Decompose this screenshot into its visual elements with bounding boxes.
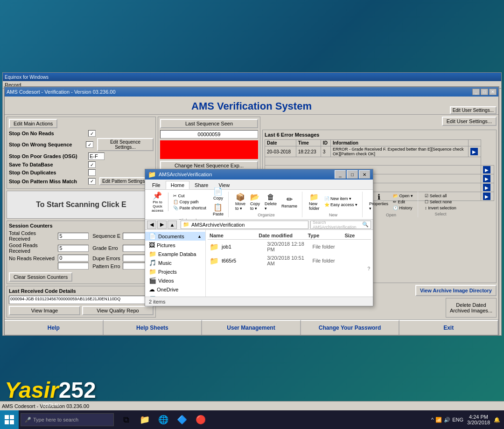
easy-access-button[interactable]: ⭐ Easy access ▾ <box>322 202 360 208</box>
sidebar-item-documents[interactable]: 📄 Documents ▲ <box>145 232 205 241</box>
taskbar: 🎤 Type here to search ⧉ 📁 🌐 🔷 🔴 ^ 📶 🔊 EN… <box>0 410 504 429</box>
arrow-cell-3[interactable]: ▶ <box>481 183 494 192</box>
volume-tray-icon[interactable]: 🔊 <box>444 417 450 423</box>
error-navigate-button[interactable]: ▶ <box>470 148 478 155</box>
close-button[interactable]: ✕ <box>489 89 497 95</box>
view-image-button[interactable]: View Image <box>9 306 80 315</box>
edit-main-actions-button[interactable]: Edit Main Actions <box>9 119 57 128</box>
error-navigate-button-4[interactable]: ▶ <box>483 193 490 200</box>
move-to-button[interactable]: 📦 Moveto ▾ <box>233 192 247 212</box>
edit-user-settings-button-right[interactable]: Edit User Settings... <box>442 117 497 126</box>
file-row-t665r5[interactable]: 📁 t665r5 3/20/2018 10:51 AM File folder <box>208 254 371 268</box>
delete-button[interactable]: 🗑 Delete▾ <box>263 192 279 212</box>
copy-label: Copy <box>213 196 223 201</box>
edit-user-settings-button[interactable]: Edit User Settings... <box>450 106 497 114</box>
fe-close-button[interactable]: ✕ <box>359 170 370 179</box>
fe-back-button[interactable]: ◀ <box>147 221 156 229</box>
copy-to-button[interactable]: 📂 Copyto ▾ <box>248 192 262 212</box>
sidebar-item-onedrive[interactable]: ☁ OneDrive <box>145 285 205 294</box>
new-item-button[interactable]: 📄 New item ▾ <box>322 196 360 201</box>
error-navigate-button-1[interactable]: ▶ <box>483 166 490 173</box>
clock-section[interactable]: 4:24 PM 3/20/2018 <box>467 414 490 425</box>
fe-statusbar: 2 items <box>145 297 373 306</box>
error-arrow[interactable]: ▶ <box>468 146 481 157</box>
fe-maximize-button[interactable]: □ <box>347 170 358 179</box>
exit-button[interactable]: Exit <box>399 320 498 335</box>
wrong-seq-checkbox[interactable]: ✓ <box>86 141 93 148</box>
cut-button[interactable]: ✂ Cut <box>171 193 208 199</box>
sidebar-item-music[interactable]: 🎵 Music <box>145 258 205 267</box>
duplicates-label: Stop On Duplicates <box>9 170 88 175</box>
file-row-job1[interactable]: 📁 job1 3/20/2018 12:18 PM File folder <box>208 240 371 254</box>
fe-search-icon[interactable]: 🔍 <box>362 221 369 228</box>
select-all-button[interactable]: ☑ Select all <box>423 193 458 199</box>
help-sheets-button[interactable]: Help Sheets <box>104 320 203 335</box>
taskbar-search-box[interactable]: 🎤 Type here to search <box>21 413 114 426</box>
minimize-button[interactable]: _ <box>472 89 480 95</box>
error-navigate-button-2[interactable]: ▶ <box>483 175 490 182</box>
help-button[interactable]: Help <box>5 320 104 335</box>
app2-taskbar-icon[interactable]: 🔴 <box>192 411 209 428</box>
last-sequence-field[interactable] <box>160 130 258 138</box>
sidebar-item-pictures[interactable]: 🖼 Pictures <box>145 241 205 249</box>
fe-address-path[interactable]: 📁 AMSArchiveVerification <box>181 221 308 229</box>
delete-archive-section: Delete Dated Archived Images... <box>446 298 497 318</box>
paste-button[interactable]: 📋 Paste <box>211 202 225 217</box>
fe-column-headers: Name Date modified Type Size <box>208 232 371 240</box>
arrow-cell-4[interactable]: ▶ <box>481 192 494 201</box>
fe-forward-button[interactable]: ▶ <box>157 221 167 229</box>
maximize-button[interactable]: □ <box>481 89 488 95</box>
fe-minimize-button[interactable]: _ <box>335 170 346 179</box>
properties-button[interactable]: ℹ Properties▾ <box>367 192 390 212</box>
error-navigate-button-3[interactable]: ▶ <box>483 184 490 191</box>
app1-taskbar-icon[interactable]: 🔷 <box>174 411 190 428</box>
fe-help-icon[interactable]: ? <box>367 266 370 271</box>
pattern-checkbox[interactable]: ✓ <box>88 178 96 185</box>
start-button[interactable] <box>0 410 19 429</box>
new-item-btns: 📄 New item ▾ ⭐ Easy access ▾ <box>322 196 360 208</box>
sidebar-item-projects[interactable]: 📁 Projects <box>145 267 205 276</box>
paste-shortcut-button[interactable]: 📎 Paste shortcut <box>171 205 208 211</box>
no-reads-checkbox[interactable]: ✓ <box>88 130 96 137</box>
notification-icon[interactable]: 🔔 <box>494 417 500 423</box>
copy-button[interactable]: 📄 Copy <box>211 186 225 201</box>
invert-selection-button[interactable]: ↕ Invert selection <box>423 205 458 211</box>
rename-label: Rename <box>281 204 297 208</box>
task-view-button[interactable]: ⧉ <box>118 411 134 428</box>
fe-up-button[interactable]: ▲ <box>168 221 177 229</box>
tray-arrow-icon[interactable]: ^ <box>431 417 434 422</box>
fe-search-text: Search AMSArchiveVerification <box>313 220 362 229</box>
user-management-button[interactable]: User Management <box>202 320 301 335</box>
chrome-taskbar-icon[interactable]: 🌐 <box>155 411 172 428</box>
fe-titlebar: 📁 AMSArchiveVerification _ □ ✕ <box>145 169 373 180</box>
view-archive-button[interactable]: View Archive Image Directory <box>415 285 497 296</box>
view-quality-button[interactable]: View Quality Repo <box>82 306 154 315</box>
last-sequence-button[interactable]: Last Sequence Seen <box>160 119 258 128</box>
sidebar-item-example-db[interactable]: 📁 Example Databa <box>145 249 205 258</box>
arrow-cell-2[interactable]: ▶ <box>481 174 494 183</box>
rename-button[interactable]: ✏ Rename <box>280 194 299 209</box>
change-password-button[interactable]: Change Your Password <box>301 320 400 335</box>
network-tray-icon[interactable]: 📶 <box>435 417 442 423</box>
fe-pin-button[interactable]: 📌 Pin to Quickaccess <box>150 190 165 214</box>
history-button[interactable]: 🕐 History <box>391 205 415 211</box>
select-none-button[interactable]: ☐ Select none <box>423 199 458 205</box>
file-name-t665r5: t665r5 <box>222 258 267 263</box>
new-folder-button[interactable]: 📁 Newfolder <box>307 192 322 212</box>
duplicates-checkbox[interactable] <box>88 169 96 176</box>
arrow-cell-1[interactable]: ▶ <box>481 166 494 174</box>
open-button[interactable]: 📂 Open ▾ <box>391 193 415 199</box>
save-db-checkbox[interactable]: ✓ <box>88 161 96 168</box>
edit-button[interactable]: ✏ Edit <box>391 199 415 205</box>
save-db-label: Save To DataBase <box>9 162 88 167</box>
clear-session-counters-button[interactable]: Clear Session Counters <box>9 272 72 282</box>
sidebar-item-videos[interactable]: 🎬 Videos <box>145 276 205 285</box>
fe-search-box[interactable]: Search AMSArchiveVerification 🔍 <box>310 221 371 229</box>
copy-path-button[interactable]: 📋 Copy path <box>171 199 208 205</box>
col-date: Date <box>265 140 296 146</box>
edit-sequence-settings-button[interactable]: Edit Sequence Settings... <box>97 138 154 151</box>
edit-pattern-settings-button[interactable]: Edit Pattern Settings... <box>99 177 152 185</box>
file-explorer-taskbar-icon[interactable]: 📁 <box>136 411 153 428</box>
counter-label-2: No Reads Received <box>9 256 58 261</box>
delete-sub: Archived Images... <box>450 308 492 313</box>
